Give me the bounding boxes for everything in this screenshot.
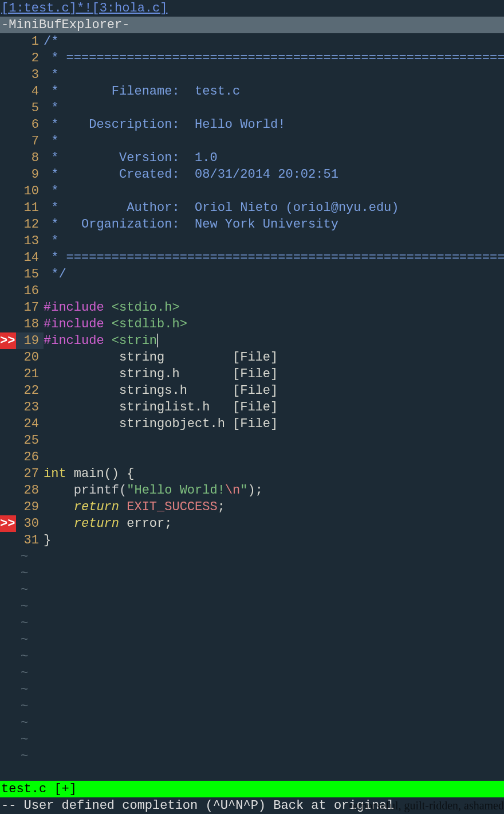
tilde-icon: ~ [21, 716, 28, 730]
code-content[interactable]: */ [44, 266, 504, 283]
sign-column [0, 465, 16, 482]
code-line[interactable]: 6 * Description: Hello World! [0, 116, 504, 133]
line-number: 31 [16, 532, 44, 549]
code-line[interactable]: 21 string.h [File] [0, 366, 504, 382]
code-line[interactable]: 28 printf("Hello World!\n"); [0, 482, 504, 499]
code-content[interactable]: * Author: Oriol Nieto (oriol@nyu.edu) [44, 199, 504, 216]
code-content[interactable]: return error; [44, 515, 504, 532]
completion-item[interactable]: string [File] [44, 350, 278, 365]
code-line[interactable]: 26 [0, 449, 504, 465]
code-content[interactable]: strings.h [File] [44, 382, 504, 399]
code-line[interactable]: >>30 return error; [0, 515, 504, 532]
sign-column [0, 183, 16, 199]
code-content[interactable]: * Created: 08/31/2014 20:02:51 [44, 166, 504, 183]
code-line[interactable]: 7 * [0, 133, 504, 150]
sign-column [0, 133, 16, 150]
code-line[interactable]: 22 strings.h [File] [0, 382, 504, 399]
editor-area[interactable]: 1/*2 * =================================… [0, 33, 504, 781]
code-content[interactable]: printf("Hello World!\n"); [44, 482, 504, 499]
empty-line: ~ [0, 615, 504, 632]
code-content[interactable]: #include <stdlib.h> [44, 316, 504, 332]
line-number: 6 [16, 116, 44, 133]
code-line[interactable]: 2 * ====================================… [0, 50, 504, 66]
sign-column [0, 100, 16, 116]
buffer-tabs[interactable]: [1:test.c]*![3:hola.c] [0, 0, 504, 17]
code-content[interactable]: } [44, 532, 504, 549]
code-content[interactable]: return EXIT_SUCCESS; [44, 499, 504, 515]
code-line[interactable]: 27int main() { [0, 465, 504, 482]
code-content[interactable]: string.h [File] [44, 366, 504, 382]
text-cursor [157, 334, 158, 347]
error-sign-icon: >> [0, 515, 16, 532]
code-content[interactable]: * [44, 100, 504, 116]
line-number: 13 [16, 233, 44, 249]
code-content[interactable]: * ======================================… [44, 249, 504, 266]
code-line[interactable]: 1/* [0, 33, 504, 50]
code-line[interactable]: 15 */ [0, 266, 504, 283]
code-line[interactable]: 25 [0, 432, 504, 449]
code-content[interactable] [44, 432, 504, 449]
line-number: 26 [16, 449, 44, 465]
empty-line: ~ [0, 698, 504, 715]
code-content[interactable]: * [44, 133, 504, 150]
empty-line: ~ [0, 632, 504, 648]
code-content[interactable]: * Description: Hello World! [44, 116, 504, 133]
code-line[interactable]: 10 * [0, 183, 504, 199]
code-line[interactable]: 12 * Organization: New York University [0, 216, 504, 233]
code-line[interactable]: 31} [0, 532, 504, 549]
line-number: 25 [16, 432, 44, 449]
artifact-text: remorseful, guilt-ridden, ashamed [349, 797, 504, 814]
code-content[interactable]: #include <strin [44, 332, 504, 349]
code-content[interactable]: * [44, 233, 504, 249]
code-content[interactable] [44, 283, 504, 299]
code-line[interactable]: 13 * [0, 233, 504, 249]
completion-item[interactable]: stringobject.h [File] [44, 417, 278, 431]
code-line[interactable]: 20 string [File] [0, 349, 504, 366]
code-content[interactable]: stringlist.h [File] [44, 399, 504, 416]
sign-column [0, 366, 16, 382]
code-line[interactable]: 5 * [0, 100, 504, 116]
tilde-icon: ~ [21, 649, 28, 664]
code-line[interactable]: 3 * [0, 66, 504, 83]
code-line[interactable]: 17#include <stdio.h> [0, 299, 504, 316]
code-content[interactable]: * [44, 66, 504, 83]
completion-item[interactable]: stringlist.h [File] [44, 400, 278, 414]
code-content[interactable]: * Filename: test.c [44, 83, 504, 100]
empty-line: ~ [0, 598, 504, 615]
code-line[interactable]: 9 * Created: 08/31/2014 20:02:51 [0, 166, 504, 183]
code-content[interactable]: * [44, 183, 504, 199]
code-line[interactable]: 29 return EXIT_SUCCESS; [0, 499, 504, 515]
sign-column [0, 499, 16, 515]
code-line[interactable]: 23 stringlist.h [File] [0, 399, 504, 416]
code-content[interactable]: * ======================================… [44, 50, 504, 66]
sign-column [0, 449, 16, 465]
code-line[interactable]: 16 [0, 283, 504, 299]
line-number: 9 [16, 166, 44, 183]
code-line[interactable]: 4 * Filename: test.c [0, 83, 504, 100]
code-content[interactable]: * Version: 1.0 [44, 150, 504, 166]
code-line[interactable]: 8 * Version: 1.0 [0, 150, 504, 166]
code-line[interactable]: 14 * ===================================… [0, 249, 504, 266]
code-line[interactable]: 11 * Author: Oriol Nieto (oriol@nyu.edu) [0, 199, 504, 216]
empty-line: ~ [0, 665, 504, 682]
code-content[interactable]: #include <stdio.h> [44, 299, 504, 316]
line-number: 3 [16, 66, 44, 83]
code-content[interactable]: stringobject.h [File] [44, 416, 504, 432]
code-content[interactable]: string [File] [44, 349, 504, 366]
completion-item[interactable]: strings.h [File] [44, 383, 278, 398]
line-number: 19 [16, 332, 44, 349]
code-line[interactable]: 24 stringobject.h [File] [0, 416, 504, 432]
code-content[interactable]: /* [44, 33, 504, 50]
code-line[interactable]: 18#include <stdlib.h> [0, 316, 504, 332]
sign-column [0, 316, 16, 332]
line-number: 27 [16, 465, 44, 482]
code-content[interactable]: int main() { [44, 465, 504, 482]
code-content[interactable]: * Organization: New York University [44, 216, 504, 233]
code-content[interactable] [44, 449, 504, 465]
sign-column [0, 482, 16, 499]
completion-item[interactable]: string.h [File] [44, 367, 278, 381]
sign-column [0, 266, 16, 283]
line-number: 17 [16, 299, 44, 316]
code-line[interactable]: >>19#include <strin [0, 332, 504, 349]
empty-line: ~ [0, 549, 504, 565]
